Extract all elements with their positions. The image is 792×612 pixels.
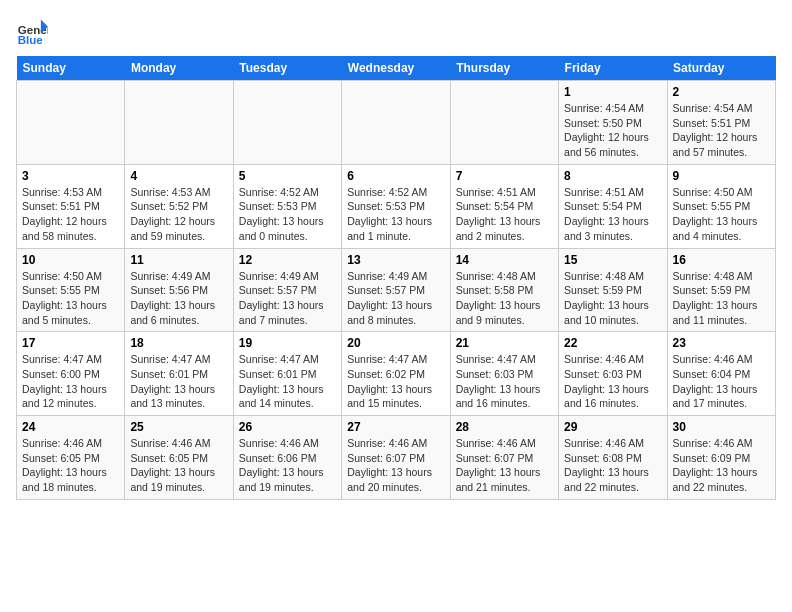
day-number: 30	[673, 420, 770, 434]
day-info: Sunrise: 4:46 AM Sunset: 6:07 PM Dayligh…	[347, 436, 444, 495]
calendar-cell: 23Sunrise: 4:46 AM Sunset: 6:04 PM Dayli…	[667, 332, 775, 416]
day-info: Sunrise: 4:48 AM Sunset: 5:59 PM Dayligh…	[673, 269, 770, 328]
calendar-cell: 18Sunrise: 4:47 AM Sunset: 6:01 PM Dayli…	[125, 332, 233, 416]
calendar-cell: 10Sunrise: 4:50 AM Sunset: 5:55 PM Dayli…	[17, 248, 125, 332]
day-info: Sunrise: 4:54 AM Sunset: 5:50 PM Dayligh…	[564, 101, 661, 160]
day-number: 9	[673, 169, 770, 183]
calendar-cell: 27Sunrise: 4:46 AM Sunset: 6:07 PM Dayli…	[342, 416, 450, 500]
day-number: 28	[456, 420, 553, 434]
day-number: 20	[347, 336, 444, 350]
day-info: Sunrise: 4:52 AM Sunset: 5:53 PM Dayligh…	[347, 185, 444, 244]
day-number: 14	[456, 253, 553, 267]
day-info: Sunrise: 4:49 AM Sunset: 5:56 PM Dayligh…	[130, 269, 227, 328]
calendar-cell: 15Sunrise: 4:48 AM Sunset: 5:59 PM Dayli…	[559, 248, 667, 332]
calendar-header: SundayMondayTuesdayWednesdayThursdayFrid…	[17, 56, 776, 81]
day-info: Sunrise: 4:48 AM Sunset: 5:59 PM Dayligh…	[564, 269, 661, 328]
calendar-cell: 12Sunrise: 4:49 AM Sunset: 5:57 PM Dayli…	[233, 248, 341, 332]
weekday-header-wednesday: Wednesday	[342, 56, 450, 81]
day-info: Sunrise: 4:47 AM Sunset: 6:00 PM Dayligh…	[22, 352, 119, 411]
calendar-cell	[342, 81, 450, 165]
day-info: Sunrise: 4:50 AM Sunset: 5:55 PM Dayligh…	[22, 269, 119, 328]
day-info: Sunrise: 4:49 AM Sunset: 5:57 PM Dayligh…	[239, 269, 336, 328]
calendar-week-3: 10Sunrise: 4:50 AM Sunset: 5:55 PM Dayli…	[17, 248, 776, 332]
day-number: 5	[239, 169, 336, 183]
day-number: 19	[239, 336, 336, 350]
day-number: 6	[347, 169, 444, 183]
day-info: Sunrise: 4:47 AM Sunset: 6:03 PM Dayligh…	[456, 352, 553, 411]
day-info: Sunrise: 4:46 AM Sunset: 6:06 PM Dayligh…	[239, 436, 336, 495]
day-info: Sunrise: 4:46 AM Sunset: 6:09 PM Dayligh…	[673, 436, 770, 495]
calendar-week-4: 17Sunrise: 4:47 AM Sunset: 6:00 PM Dayli…	[17, 332, 776, 416]
day-info: Sunrise: 4:46 AM Sunset: 6:04 PM Dayligh…	[673, 352, 770, 411]
calendar-cell: 6Sunrise: 4:52 AM Sunset: 5:53 PM Daylig…	[342, 164, 450, 248]
calendar-cell: 28Sunrise: 4:46 AM Sunset: 6:07 PM Dayli…	[450, 416, 558, 500]
calendar-cell: 3Sunrise: 4:53 AM Sunset: 5:51 PM Daylig…	[17, 164, 125, 248]
calendar-cell: 24Sunrise: 4:46 AM Sunset: 6:05 PM Dayli…	[17, 416, 125, 500]
day-info: Sunrise: 4:47 AM Sunset: 6:01 PM Dayligh…	[239, 352, 336, 411]
weekday-header-sunday: Sunday	[17, 56, 125, 81]
day-info: Sunrise: 4:50 AM Sunset: 5:55 PM Dayligh…	[673, 185, 770, 244]
weekday-header-tuesday: Tuesday	[233, 56, 341, 81]
day-info: Sunrise: 4:51 AM Sunset: 5:54 PM Dayligh…	[564, 185, 661, 244]
svg-text:Blue: Blue	[18, 34, 44, 46]
calendar-cell: 11Sunrise: 4:49 AM Sunset: 5:56 PM Dayli…	[125, 248, 233, 332]
calendar-cell: 9Sunrise: 4:50 AM Sunset: 5:55 PM Daylig…	[667, 164, 775, 248]
day-number: 4	[130, 169, 227, 183]
logo: General Blue	[16, 16, 52, 48]
day-number: 24	[22, 420, 119, 434]
day-info: Sunrise: 4:49 AM Sunset: 5:57 PM Dayligh…	[347, 269, 444, 328]
calendar-cell: 25Sunrise: 4:46 AM Sunset: 6:05 PM Dayli…	[125, 416, 233, 500]
weekday-header-monday: Monday	[125, 56, 233, 81]
day-info: Sunrise: 4:53 AM Sunset: 5:52 PM Dayligh…	[130, 185, 227, 244]
calendar-body: 1Sunrise: 4:54 AM Sunset: 5:50 PM Daylig…	[17, 81, 776, 500]
day-info: Sunrise: 4:46 AM Sunset: 6:07 PM Dayligh…	[456, 436, 553, 495]
calendar-cell: 20Sunrise: 4:47 AM Sunset: 6:02 PM Dayli…	[342, 332, 450, 416]
calendar-cell: 7Sunrise: 4:51 AM Sunset: 5:54 PM Daylig…	[450, 164, 558, 248]
calendar-table: SundayMondayTuesdayWednesdayThursdayFrid…	[16, 56, 776, 500]
calendar-cell: 16Sunrise: 4:48 AM Sunset: 5:59 PM Dayli…	[667, 248, 775, 332]
day-number: 12	[239, 253, 336, 267]
calendar-cell: 21Sunrise: 4:47 AM Sunset: 6:03 PM Dayli…	[450, 332, 558, 416]
calendar-cell: 2Sunrise: 4:54 AM Sunset: 5:51 PM Daylig…	[667, 81, 775, 165]
day-number: 2	[673, 85, 770, 99]
day-number: 15	[564, 253, 661, 267]
calendar-cell: 8Sunrise: 4:51 AM Sunset: 5:54 PM Daylig…	[559, 164, 667, 248]
calendar-cell	[125, 81, 233, 165]
day-info: Sunrise: 4:46 AM Sunset: 6:08 PM Dayligh…	[564, 436, 661, 495]
day-number: 17	[22, 336, 119, 350]
calendar-week-2: 3Sunrise: 4:53 AM Sunset: 5:51 PM Daylig…	[17, 164, 776, 248]
calendar-week-5: 24Sunrise: 4:46 AM Sunset: 6:05 PM Dayli…	[17, 416, 776, 500]
calendar-cell	[17, 81, 125, 165]
day-number: 1	[564, 85, 661, 99]
calendar-cell	[450, 81, 558, 165]
day-number: 22	[564, 336, 661, 350]
calendar-cell: 4Sunrise: 4:53 AM Sunset: 5:52 PM Daylig…	[125, 164, 233, 248]
calendar-cell: 1Sunrise: 4:54 AM Sunset: 5:50 PM Daylig…	[559, 81, 667, 165]
day-number: 27	[347, 420, 444, 434]
day-number: 7	[456, 169, 553, 183]
calendar-cell: 13Sunrise: 4:49 AM Sunset: 5:57 PM Dayli…	[342, 248, 450, 332]
day-number: 21	[456, 336, 553, 350]
day-info: Sunrise: 4:47 AM Sunset: 6:01 PM Dayligh…	[130, 352, 227, 411]
weekday-header-saturday: Saturday	[667, 56, 775, 81]
weekday-header-friday: Friday	[559, 56, 667, 81]
calendar-cell	[233, 81, 341, 165]
logo-icon: General Blue	[16, 16, 48, 48]
day-info: Sunrise: 4:51 AM Sunset: 5:54 PM Dayligh…	[456, 185, 553, 244]
day-number: 25	[130, 420, 227, 434]
day-info: Sunrise: 4:46 AM Sunset: 6:05 PM Dayligh…	[22, 436, 119, 495]
day-number: 16	[673, 253, 770, 267]
calendar-cell: 14Sunrise: 4:48 AM Sunset: 5:58 PM Dayli…	[450, 248, 558, 332]
calendar-cell: 29Sunrise: 4:46 AM Sunset: 6:08 PM Dayli…	[559, 416, 667, 500]
weekday-row: SundayMondayTuesdayWednesdayThursdayFrid…	[17, 56, 776, 81]
calendar-week-1: 1Sunrise: 4:54 AM Sunset: 5:50 PM Daylig…	[17, 81, 776, 165]
day-info: Sunrise: 4:47 AM Sunset: 6:02 PM Dayligh…	[347, 352, 444, 411]
day-info: Sunrise: 4:46 AM Sunset: 6:05 PM Dayligh…	[130, 436, 227, 495]
calendar-cell: 30Sunrise: 4:46 AM Sunset: 6:09 PM Dayli…	[667, 416, 775, 500]
day-number: 13	[347, 253, 444, 267]
day-info: Sunrise: 4:54 AM Sunset: 5:51 PM Dayligh…	[673, 101, 770, 160]
day-number: 10	[22, 253, 119, 267]
day-number: 23	[673, 336, 770, 350]
weekday-header-thursday: Thursday	[450, 56, 558, 81]
day-number: 29	[564, 420, 661, 434]
